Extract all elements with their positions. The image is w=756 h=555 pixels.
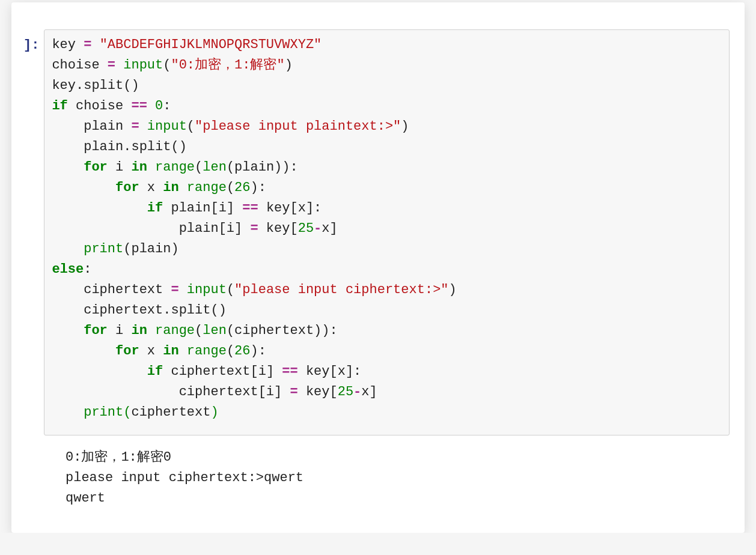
output-line-1: 0:加密，1:解密0 — [66, 450, 171, 465]
output-line-3: qwert — [66, 491, 105, 506]
code-block: key = "ABCDEFGHIJKLMNOPQRSTUVWXYZ" chois… — [52, 35, 722, 423]
cell-output: 0:加密，1:解密0 please input ciphertext:>qwer… — [11, 435, 745, 509]
code-editor[interactable]: key = "ABCDEFGHIJKLMNOPQRSTUVWXYZ" chois… — [44, 29, 730, 435]
output-line-2: please input ciphertext:>qwert — [66, 470, 303, 485]
input-prompt: ]: — [23, 29, 44, 435]
code-cell: ]: key = "ABCDEFGHIJKLMNOPQRSTUVWXYZ" ch… — [11, 2, 745, 435]
notebook: ]: key = "ABCDEFGHIJKLMNOPQRSTUVWXYZ" ch… — [11, 2, 745, 533]
